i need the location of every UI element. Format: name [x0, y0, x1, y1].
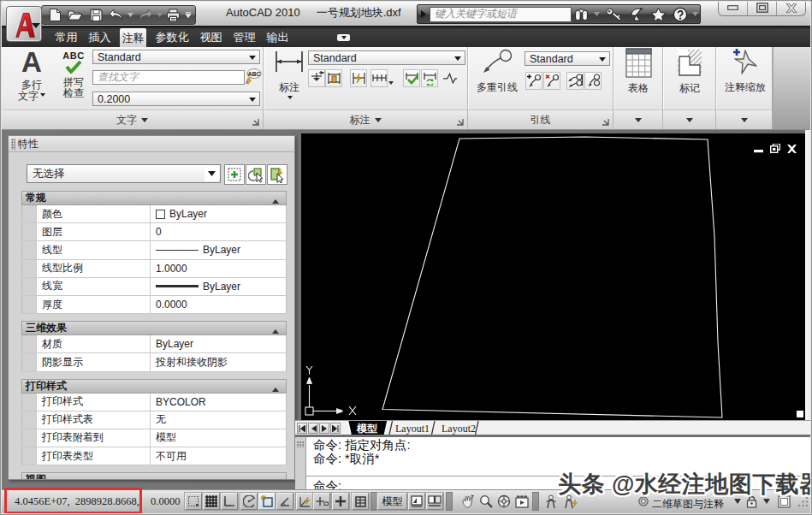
next-tab-button[interactable]: [319, 423, 329, 434]
quick-view-drawings-button[interactable]: [426, 493, 443, 510]
spell-check-button[interactable]: ABC 拼写 检查: [55, 50, 92, 99]
new-file-icon[interactable]: [45, 6, 64, 24]
dim-style-combo[interactable]: Standard: [308, 50, 465, 65]
ducs-toggle[interactable]: [296, 493, 313, 510]
dim-jog-icon[interactable]: [442, 69, 459, 87]
tab-view[interactable]: 视图: [194, 27, 228, 48]
leader-panel-footer[interactable]: 引线: [468, 110, 613, 129]
help-dropdown-arrow[interactable]: [690, 5, 700, 23]
prev-tab-button[interactable]: [308, 423, 318, 434]
markup-panel-footer[interactable]: [663, 110, 715, 129]
layout2-tab[interactable]: Layout2: [442, 423, 476, 435]
viewport-minimize-button[interactable]: [754, 141, 763, 157]
redo-icon[interactable]: [136, 6, 155, 24]
leader-panel-launcher[interactable]: [601, 115, 610, 124]
search-icon[interactable]: [572, 5, 592, 23]
find-text-icon[interactable]: ABC: [245, 68, 262, 89]
close-button[interactable]: [777, 0, 805, 15]
save-icon[interactable]: [86, 6, 105, 24]
steering-wheel-button[interactable]: [495, 493, 513, 510]
pan-button[interactable]: [459, 493, 477, 510]
find-text-input[interactable]: 查找文字: [92, 70, 245, 85]
dim-quick-icon[interactable]: [350, 69, 367, 87]
search-dropdown-arrow[interactable]: [592, 5, 602, 23]
tab-annotate[interactable]: 注释: [120, 28, 146, 48]
text-panel-footer[interactable]: 文字: [2, 110, 263, 129]
text-style-combo[interactable]: Standard: [92, 50, 260, 64]
osnap-toggle[interactable]: [258, 493, 276, 510]
viewport-close-button[interactable]: [787, 141, 797, 157]
property-row-layer[interactable]: 图层 0: [21, 223, 287, 241]
property-row-linetype[interactable]: 线型 ByLayer: [21, 241, 287, 259]
dim-inspect-icon[interactable]: [403, 69, 420, 87]
open-file-icon[interactable]: [66, 6, 85, 24]
plot-icon[interactable]: [164, 6, 183, 24]
tab-output[interactable]: 输出: [261, 27, 294, 48]
category-plotstyle[interactable]: 打印样式: [21, 379, 287, 394]
dim-adjust-space-icon[interactable]: [325, 69, 342, 87]
quick-properties-toggle[interactable]: [352, 493, 369, 510]
multileader-button[interactable]: 多重引线: [473, 49, 521, 93]
viewport-resize-grip[interactable]: [797, 411, 803, 417]
property-row-color[interactable]: 颜色 ByLayer: [21, 205, 287, 223]
tab-manage[interactable]: 管理: [228, 27, 261, 48]
annoscale-button[interactable]: 注释缩放: [721, 47, 769, 93]
property-row-thickness[interactable]: 厚度 0.0000: [21, 296, 287, 314]
quick-select-button[interactable]: [267, 164, 287, 185]
select-objects-button[interactable]: [246, 164, 266, 185]
mleader-style-combo[interactable]: Standard: [525, 51, 610, 66]
category-general-collapse-icon[interactable]: [272, 196, 279, 204]
mleader-add-icon[interactable]: [525, 72, 542, 90]
category-view[interactable]: 视图: [21, 472, 287, 480]
selection-combo-button[interactable]: [204, 166, 219, 181]
qat-customize-arrow[interactable]: [185, 6, 192, 24]
polar-toggle[interactable]: [240, 493, 258, 510]
help-icon[interactable]: [670, 5, 690, 23]
category-3d-collapse-icon[interactable]: [272, 326, 279, 334]
property-row-lineweight[interactable]: 线宽 ByLayer: [21, 278, 287, 296]
annoscale-panel-footer[interactable]: [716, 110, 772, 129]
showmotion-button[interactable]: [513, 493, 530, 510]
dimension-button[interactable]: 标注: [270, 50, 308, 102]
palette-grip[interactable]: [11, 139, 15, 150]
model-space-button[interactable]: 模型: [377, 493, 407, 510]
ortho-toggle[interactable]: [221, 493, 238, 510]
tab-insert[interactable]: 插入: [83, 27, 116, 48]
text-panel-launcher[interactable]: [251, 115, 260, 124]
property-row-shadow[interactable]: 阴影显示 投射和接收阴影: [21, 353, 287, 371]
mtext-button[interactable]: A 多行 文字: [10, 49, 53, 102]
undo-dropdown-arrow[interactable]: [127, 6, 133, 24]
mleader-remove-icon[interactable]: [543, 72, 560, 90]
quick-view-layouts-button[interactable]: [408, 493, 425, 510]
infocenter-expand-button[interactable]: [418, 5, 430, 23]
table-button[interactable]: 表格: [623, 48, 654, 94]
zoom-button[interactable]: [477, 493, 495, 510]
dim-break-icon[interactable]: [308, 69, 325, 87]
mleader-collect-icon[interactable]: [584, 72, 602, 90]
otrack-toggle[interactable]: [276, 493, 293, 510]
category-plotstyle-collapse-icon[interactable]: [272, 384, 279, 392]
markup-button[interactable]: 标记: [675, 48, 704, 94]
dim-update-icon[interactable]: [421, 69, 438, 87]
minimize-ribbon-button[interactable]: [337, 34, 350, 41]
category-general[interactable]: 常规: [21, 191, 287, 205]
tab-home[interactable]: 常用: [50, 27, 83, 48]
property-row-plotstyle[interactable]: 打印样式 BYCOLOR: [21, 394, 287, 411]
favorites-star-icon[interactable]: [648, 5, 670, 23]
property-row-linetype-scale[interactable]: 线型比例 1.0000: [21, 260, 287, 278]
category-3d[interactable]: 三维效果: [21, 321, 287, 335]
command-window-grip[interactable]: [295, 437, 306, 489]
dim-panel-launcher[interactable]: [455, 115, 465, 124]
dyn-toggle[interactable]: [313, 493, 330, 510]
toggle-pickadd-button[interactable]: [224, 164, 245, 185]
undo-icon[interactable]: [107, 6, 126, 24]
tab-parametric[interactable]: 参数化: [150, 27, 194, 48]
application-menu-button[interactable]: [6, 6, 42, 42]
snap-toggle[interactable]: [185, 493, 202, 510]
layout1-tab[interactable]: Layout1: [395, 423, 430, 435]
minimize-button[interactable]: [719, 0, 748, 15]
redo-dropdown-arrow[interactable]: [157, 6, 163, 24]
property-row-plotstyletable[interactable]: 打印样式表 无: [21, 411, 287, 429]
key-icon[interactable]: [602, 5, 625, 23]
infocenter-search-input[interactable]: 键入关键字或短语: [430, 7, 572, 22]
